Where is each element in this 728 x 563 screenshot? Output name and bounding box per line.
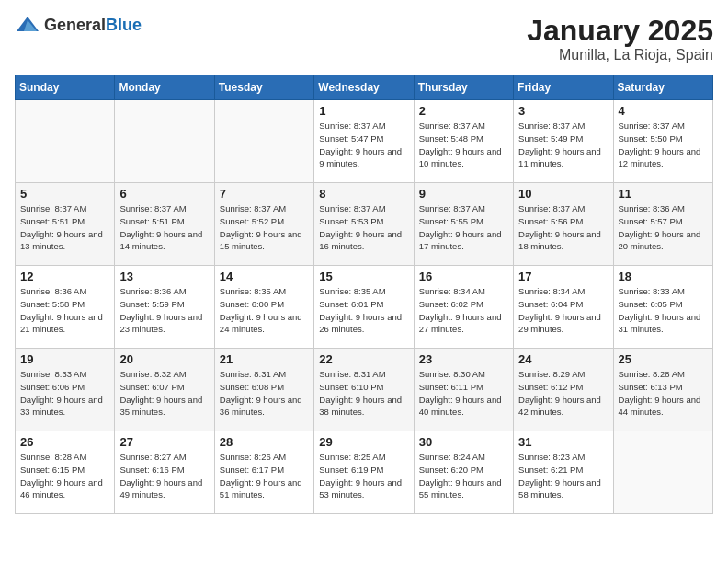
day-number: 1 [319, 104, 408, 118]
day-number: 25 [619, 352, 708, 366]
day-info: Sunrise: 8:37 AM Sunset: 5:53 PM Dayligh… [319, 202, 408, 253]
calendar-cell: 9Sunrise: 8:37 AM Sunset: 5:55 PM Daylig… [414, 183, 513, 266]
day-number: 20 [119, 352, 209, 366]
calendar-cell: 3Sunrise: 8:37 AM Sunset: 5:49 PM Daylig… [514, 100, 613, 183]
weekday-header-row: SundayMondayTuesdayWednesdayThursdayFrid… [16, 75, 713, 100]
calendar-cell: 13Sunrise: 8:36 AM Sunset: 5:59 PM Dayli… [115, 266, 214, 349]
day-number: 11 [619, 187, 708, 201]
day-info: Sunrise: 8:36 AM Sunset: 5:59 PM Dayligh… [119, 285, 209, 336]
day-info: Sunrise: 8:34 AM Sunset: 6:04 PM Dayligh… [518, 285, 608, 336]
day-number: 28 [220, 435, 309, 449]
weekday-header: Wednesday [314, 75, 414, 100]
weekday-header: Sunday [16, 75, 115, 100]
day-info: Sunrise: 8:24 AM Sunset: 6:20 PM Dayligh… [419, 451, 508, 501]
calendar-cell: 10Sunrise: 8:37 AM Sunset: 5:56 PM Dayli… [514, 183, 613, 266]
day-info: Sunrise: 8:23 AM Sunset: 6:21 PM Dayligh… [518, 451, 608, 501]
day-number: 23 [419, 352, 508, 366]
calendar-cell: 6Sunrise: 8:37 AM Sunset: 5:51 PM Daylig… [115, 183, 214, 266]
calendar-week-row: 5Sunrise: 8:37 AM Sunset: 5:51 PM Daylig… [16, 183, 713, 266]
logo-icon [15, 15, 40, 35]
calendar-cell: 30Sunrise: 8:24 AM Sunset: 6:20 PM Dayli… [414, 431, 513, 514]
day-number: 12 [20, 270, 109, 283]
calendar-cell [214, 100, 313, 183]
calendar-cell: 11Sunrise: 8:36 AM Sunset: 5:57 PM Dayli… [613, 183, 712, 266]
title-area: January 2025 Munilla, La Rioja, Spain [527, 15, 713, 63]
calendar-week-row: 26Sunrise: 8:28 AM Sunset: 6:15 PM Dayli… [16, 431, 713, 514]
day-info: Sunrise: 8:36 AM Sunset: 5:57 PM Dayligh… [619, 202, 708, 253]
calendar-cell: 19Sunrise: 8:33 AM Sunset: 6:06 PM Dayli… [16, 349, 115, 431]
calendar-cell: 24Sunrise: 8:29 AM Sunset: 6:12 PM Dayli… [514, 349, 613, 431]
weekday-header: Monday [115, 75, 214, 100]
calendar-header: SundayMondayTuesdayWednesdayThursdayFrid… [16, 75, 713, 100]
day-number: 7 [220, 187, 309, 201]
weekday-header: Friday [514, 75, 613, 100]
day-number: 3 [518, 104, 608, 118]
calendar-cell: 23Sunrise: 8:30 AM Sunset: 6:11 PM Dayli… [414, 349, 513, 431]
day-number: 21 [220, 352, 309, 366]
day-info: Sunrise: 8:34 AM Sunset: 6:02 PM Dayligh… [419, 285, 508, 336]
calendar-cell: 7Sunrise: 8:37 AM Sunset: 5:52 PM Daylig… [214, 183, 313, 266]
day-info: Sunrise: 8:33 AM Sunset: 6:05 PM Dayligh… [619, 285, 708, 336]
day-number: 19 [20, 352, 109, 366]
location-subtitle: Munilla, La Rioja, Spain [527, 47, 713, 63]
day-number: 15 [319, 270, 408, 283]
calendar-table: SundayMondayTuesdayWednesdayThursdayFrid… [15, 75, 713, 514]
calendar-cell: 12Sunrise: 8:36 AM Sunset: 5:58 PM Dayli… [16, 266, 115, 349]
calendar-cell: 22Sunrise: 8:31 AM Sunset: 6:10 PM Dayli… [314, 349, 414, 431]
calendar-cell: 2Sunrise: 8:37 AM Sunset: 5:48 PM Daylig… [414, 100, 513, 183]
day-info: Sunrise: 8:27 AM Sunset: 6:16 PM Dayligh… [119, 451, 209, 501]
calendar-cell: 16Sunrise: 8:34 AM Sunset: 6:02 PM Dayli… [414, 266, 513, 349]
calendar-cell: 14Sunrise: 8:35 AM Sunset: 6:00 PM Dayli… [214, 266, 313, 349]
day-number: 9 [419, 187, 508, 201]
month-title: January 2025 [527, 15, 713, 47]
day-number: 16 [419, 270, 508, 283]
calendar-cell: 26Sunrise: 8:28 AM Sunset: 6:15 PM Dayli… [16, 431, 115, 514]
day-info: Sunrise: 8:37 AM Sunset: 5:55 PM Dayligh… [419, 202, 508, 253]
calendar-cell: 29Sunrise: 8:25 AM Sunset: 6:19 PM Dayli… [314, 431, 414, 514]
calendar-week-row: 12Sunrise: 8:36 AM Sunset: 5:58 PM Dayli… [16, 266, 713, 349]
day-number: 5 [20, 187, 109, 201]
day-number: 22 [319, 352, 408, 366]
calendar-cell: 8Sunrise: 8:37 AM Sunset: 5:53 PM Daylig… [314, 183, 414, 266]
day-info: Sunrise: 8:37 AM Sunset: 5:52 PM Dayligh… [220, 202, 309, 253]
day-info: Sunrise: 8:33 AM Sunset: 6:06 PM Dayligh… [20, 368, 109, 419]
day-info: Sunrise: 8:32 AM Sunset: 6:07 PM Dayligh… [119, 368, 209, 419]
logo-general: General [44, 16, 106, 34]
day-info: Sunrise: 8:35 AM Sunset: 6:01 PM Dayligh… [319, 285, 408, 336]
day-info: Sunrise: 8:31 AM Sunset: 6:10 PM Dayligh… [319, 368, 408, 419]
calendar-week-row: 1Sunrise: 8:37 AM Sunset: 5:47 PM Daylig… [16, 100, 713, 183]
calendar-body: 1Sunrise: 8:37 AM Sunset: 5:47 PM Daylig… [16, 100, 713, 514]
day-info: Sunrise: 8:25 AM Sunset: 6:19 PM Dayligh… [319, 451, 408, 501]
day-info: Sunrise: 8:28 AM Sunset: 6:13 PM Dayligh… [619, 368, 708, 419]
calendar-cell [115, 100, 214, 183]
day-info: Sunrise: 8:37 AM Sunset: 5:48 PM Dayligh… [419, 120, 508, 170]
day-number: 30 [419, 435, 508, 449]
day-number: 8 [319, 187, 408, 201]
calendar-cell: 18Sunrise: 8:33 AM Sunset: 6:05 PM Dayli… [613, 266, 712, 349]
day-info: Sunrise: 8:29 AM Sunset: 6:12 PM Dayligh… [518, 368, 608, 419]
page-header: GeneralBlue January 2025 Munilla, La Rio… [15, 15, 713, 63]
day-info: Sunrise: 8:37 AM Sunset: 5:49 PM Dayligh… [518, 120, 608, 170]
calendar-cell: 5Sunrise: 8:37 AM Sunset: 5:51 PM Daylig… [16, 183, 115, 266]
day-number: 13 [119, 270, 209, 283]
day-number: 10 [518, 187, 608, 201]
day-info: Sunrise: 8:26 AM Sunset: 6:17 PM Dayligh… [220, 451, 309, 501]
day-number: 31 [518, 435, 608, 449]
calendar-cell: 28Sunrise: 8:26 AM Sunset: 6:17 PM Dayli… [214, 431, 313, 514]
day-number: 29 [319, 435, 408, 449]
calendar-cell: 15Sunrise: 8:35 AM Sunset: 6:01 PM Dayli… [314, 266, 414, 349]
calendar-cell: 1Sunrise: 8:37 AM Sunset: 5:47 PM Daylig… [314, 100, 414, 183]
weekday-header: Tuesday [214, 75, 313, 100]
calendar-week-row: 19Sunrise: 8:33 AM Sunset: 6:06 PM Dayli… [16, 349, 713, 431]
weekday-header: Saturday [613, 75, 712, 100]
day-number: 17 [518, 270, 608, 283]
day-info: Sunrise: 8:37 AM Sunset: 5:56 PM Dayligh… [518, 202, 608, 253]
day-info: Sunrise: 8:35 AM Sunset: 6:00 PM Dayligh… [220, 285, 309, 336]
day-info: Sunrise: 8:31 AM Sunset: 6:08 PM Dayligh… [220, 368, 309, 419]
calendar-cell: 21Sunrise: 8:31 AM Sunset: 6:08 PM Dayli… [214, 349, 313, 431]
day-info: Sunrise: 8:30 AM Sunset: 6:11 PM Dayligh… [419, 368, 508, 419]
day-number: 27 [119, 435, 209, 449]
day-number: 26 [20, 435, 109, 449]
day-number: 2 [419, 104, 508, 118]
day-number: 24 [518, 352, 608, 366]
